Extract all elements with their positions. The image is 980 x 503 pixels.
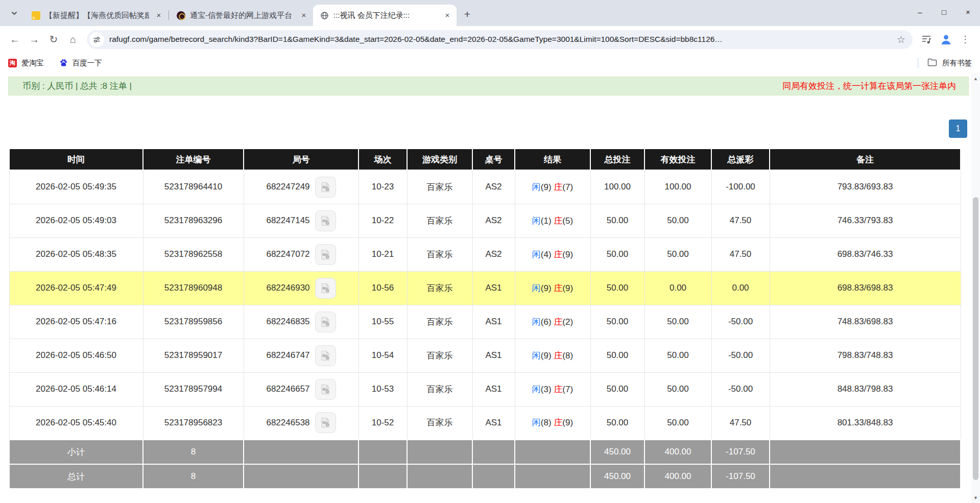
cell-bet-id: 523178963296 <box>143 204 244 237</box>
bookmark-baidu[interactable]: 百度一下 <box>59 58 102 68</box>
tab-haiyan-forum[interactable]: 【新提醒】【海燕优质回帖奖励 × <box>25 5 168 26</box>
video-replay-button[interactable] <box>315 412 336 433</box>
page-scrollbar[interactable]: ▲ ▼ <box>971 73 980 503</box>
cell-game-type: 百家乐 <box>407 305 472 339</box>
close-icon[interactable]: × <box>442 10 452 20</box>
page-1-button[interactable]: 1 <box>949 119 967 138</box>
table-body: 2026-02-05 05:49:35523178964410682247249… <box>9 170 961 440</box>
scrollbar-thumb[interactable] <box>973 197 978 480</box>
cell-result: 闲(4) 庄(9) <box>515 237 590 271</box>
video-replay-button[interactable] <box>315 278 336 299</box>
profile-avatar-icon <box>940 33 952 46</box>
bookmark-label: 百度一下 <box>73 58 102 68</box>
tab2-favicon-icon <box>177 11 185 20</box>
minimize-button[interactable]: – <box>908 0 932 23</box>
close-icon[interactable]: × <box>154 10 164 20</box>
video-replay-button[interactable] <box>315 345 336 366</box>
cell-payout: 47.50 <box>711 406 770 440</box>
new-tab-button[interactable]: + <box>460 7 475 22</box>
cell-time: 2026-02-05 05:49:35 <box>9 170 143 204</box>
cell-note: 801.33/848.83 <box>770 406 961 440</box>
cell-note: 848.83/798.83 <box>770 372 961 406</box>
table-summary-row: 总计8450.00400.00-107.50 <box>9 464 961 489</box>
table-row: 2026-02-05 05:46:14523178957994682246657… <box>9 372 961 406</box>
bookmark-star-icon[interactable]: ☆ <box>897 34 905 45</box>
cell-payout: -50.00 <box>711 339 770 372</box>
header-table-no: 桌号 <box>472 149 515 170</box>
cell-note: 748.83/698.83 <box>770 305 961 339</box>
summary-valid-bet: 400.00 <box>644 464 711 489</box>
tab-title: :::视讯 会员下注纪录::: <box>333 11 438 20</box>
profile-button[interactable] <box>936 30 955 49</box>
cell-game-type: 百家乐 <box>407 271 472 305</box>
bookmark-aitaobao[interactable]: 淘 爱淘宝 <box>8 58 44 68</box>
table-row: 2026-02-05 05:49:35523178964410682247249… <box>9 170 961 204</box>
maximize-button[interactable]: □ <box>932 0 956 23</box>
cell-round-id: 682247249 <box>244 170 358 204</box>
cell-round-id: 682247145 <box>244 204 358 237</box>
bet-records-table: 时间 注单编号 局号 场次 游戏类别 桌号 结果 总投注 有效投注 总派彩 备注… <box>9 148 961 489</box>
cell-time: 2026-02-05 05:47:16 <box>9 305 143 339</box>
summary-label: 小计 <box>9 440 143 464</box>
cell-result: 闲(8) 庄(9) <box>515 406 590 440</box>
cell-bet-id: 523178957994 <box>143 372 244 406</box>
browser-menu-button[interactable]: ⋮ <box>955 30 975 49</box>
video-icon <box>320 282 331 294</box>
cell-table-no: AS2 <box>472 204 515 237</box>
video-icon <box>320 215 331 227</box>
folder-icon <box>927 58 937 68</box>
cell-round-id: 682246538 <box>244 406 358 440</box>
table-row: 2026-02-05 05:46:50523178959017682246747… <box>9 339 961 372</box>
cell-payout: -50.00 <box>711 305 770 339</box>
cell-session: 10-23 <box>358 170 407 204</box>
cell-payout: -100.00 <box>711 170 770 204</box>
scroll-down-icon[interactable]: ▼ <box>971 495 980 500</box>
valid-bet-note-text: 同局有效投注，统一计算在该局第一张注单内 <box>782 80 956 92</box>
video-icon <box>320 316 331 328</box>
cell-payout: 0.00 <box>711 271 770 305</box>
tab-bet-records-active[interactable]: :::视讯 会员下注纪录::: × <box>313 5 457 26</box>
cell-session: 10-54 <box>358 339 407 372</box>
chevron-down-icon <box>11 10 18 19</box>
cell-bet-id: 523178960948 <box>143 271 244 305</box>
cell-valid-bet: 50.00 <box>644 237 711 271</box>
reload-button[interactable]: ↻ <box>44 30 63 49</box>
video-replay-button[interactable] <box>315 244 336 265</box>
scroll-up-icon[interactable]: ▲ <box>971 76 980 81</box>
forward-button[interactable]: → <box>25 30 44 49</box>
address-bar[interactable]: rafugf.com/game/betrecord_search/kind3?B… <box>87 30 913 49</box>
window-close-button[interactable]: × <box>956 0 980 23</box>
cell-total-bet: 50.00 <box>590 271 644 305</box>
summary-count: 8 <box>143 440 244 464</box>
back-button[interactable]: ← <box>5 30 25 49</box>
video-replay-button[interactable] <box>315 177 336 198</box>
cell-valid-bet: 0.00 <box>644 271 711 305</box>
url-text[interactable]: rafugf.com/game/betrecord_search/kind3?B… <box>109 35 892 44</box>
toolbar: ← → ↻ ⌂ rafugf.com/game/betrecord_search… <box>0 26 980 53</box>
header-session: 场次 <box>358 149 407 170</box>
video-replay-button[interactable] <box>315 210 336 231</box>
summary-label: 总计 <box>9 464 143 489</box>
cell-note: 798.83/748.83 <box>770 339 961 372</box>
cell-payout: -50.00 <box>711 372 770 406</box>
summary-empty-round <box>244 440 358 464</box>
cell-time: 2026-02-05 05:49:03 <box>9 204 143 237</box>
all-bookmarks-button[interactable]: 所有书签 <box>927 58 972 68</box>
table-row: 2026-02-05 05:47:16523178959856682246835… <box>9 305 961 339</box>
cell-result: 闲(1) 庄(5) <box>515 204 590 237</box>
taobao-icon: 淘 <box>8 59 17 67</box>
summary-payout: -107.50 <box>711 440 770 464</box>
tab-tongbao-platform[interactable]: 通宝-信誉最好的网上游戏平台 × <box>170 5 313 26</box>
site-info-button[interactable] <box>89 32 104 47</box>
media-controls-button[interactable] <box>917 30 936 49</box>
home-button[interactable]: ⌂ <box>63 30 83 49</box>
video-replay-button[interactable] <box>315 379 336 400</box>
cell-round-id: 682246657 <box>244 372 358 406</box>
tab-strip: 【新提醒】【海燕优质回帖奖励 × 通宝-信誉最好的网上游戏平台 × :::视讯 … <box>0 0 980 26</box>
cell-result: 闲(9) 庄(7) <box>515 170 590 204</box>
tab-search-button[interactable] <box>7 7 21 21</box>
close-icon[interactable]: × <box>299 10 309 20</box>
video-replay-button[interactable] <box>315 312 336 332</box>
summary-empty-table <box>472 440 515 464</box>
cell-total-bet: 50.00 <box>590 305 644 339</box>
